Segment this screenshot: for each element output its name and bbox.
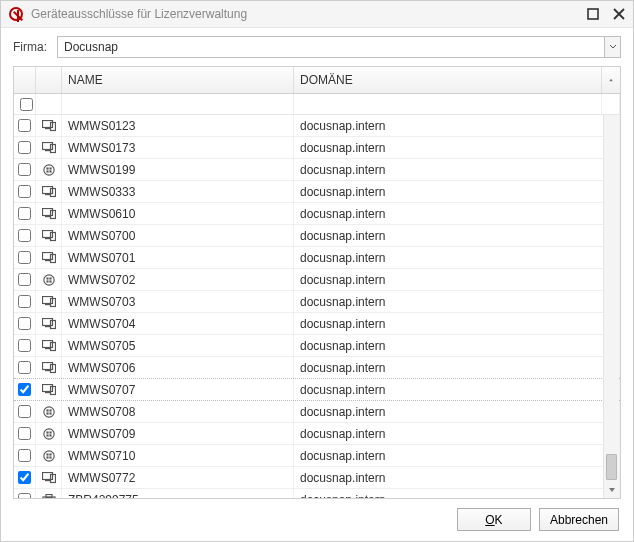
row-checkbox-cell[interactable] — [14, 137, 36, 158]
row-checkbox[interactable] — [18, 295, 31, 308]
svg-rect-11 — [49, 170, 51, 172]
row-checkbox[interactable] — [18, 471, 31, 484]
table-row[interactable]: WMWS0173docusnap.intern — [14, 137, 620, 159]
row-domain: docusnap.intern — [294, 269, 620, 290]
row-name: WMWS0333 — [62, 181, 294, 202]
filter-domain-input[interactable] — [294, 94, 602, 114]
workstation-icon — [36, 291, 62, 312]
row-checkbox-cell[interactable] — [14, 423, 36, 444]
row-checkbox-cell[interactable] — [14, 335, 36, 356]
table-row[interactable]: WMWS0707docusnap.intern — [14, 379, 620, 401]
row-name: WMWS0703 — [62, 291, 294, 312]
filter-check[interactable] — [14, 94, 36, 114]
firma-combobox[interactable]: Docusnap — [57, 36, 621, 58]
row-domain: docusnap.intern — [294, 115, 620, 136]
row-checkbox-cell[interactable] — [14, 203, 36, 224]
row-checkbox-cell[interactable] — [14, 445, 36, 466]
scroll-down-arrow[interactable] — [604, 482, 619, 498]
close-button[interactable] — [611, 6, 627, 22]
table-row[interactable]: WMWS0123docusnap.intern — [14, 115, 620, 137]
row-checkbox[interactable] — [18, 163, 31, 176]
row-checkbox-cell[interactable] — [14, 115, 36, 136]
workstation-icon — [36, 247, 62, 268]
workstation-icon — [36, 181, 62, 202]
row-checkbox-cell[interactable] — [14, 401, 36, 422]
table-row[interactable]: WMWS0704docusnap.intern — [14, 313, 620, 335]
table-row[interactable]: WMWS0333docusnap.intern — [14, 181, 620, 203]
table-row[interactable]: WMWS0710docusnap.intern — [14, 445, 620, 467]
header-checkbox-col[interactable] — [14, 67, 36, 93]
row-checkbox[interactable] — [18, 427, 31, 440]
header-domain[interactable]: DOMÄNE — [294, 67, 602, 93]
table-row[interactable]: ZBR4299775docusnap.intern — [14, 489, 620, 497]
header-scroll-up[interactable] — [602, 67, 620, 93]
row-checkbox[interactable] — [18, 185, 31, 198]
table-row[interactable]: WMWS0610docusnap.intern — [14, 203, 620, 225]
table-row[interactable]: WMWS0700docusnap.intern — [14, 225, 620, 247]
vertical-scrollbar[interactable] — [603, 115, 619, 497]
filter-icon — [36, 94, 62, 114]
table-row[interactable]: WMWS0199docusnap.intern — [14, 159, 620, 181]
maximize-button[interactable] — [585, 6, 601, 22]
table-row[interactable]: WMWS0706docusnap.intern — [14, 357, 620, 379]
row-checkbox[interactable] — [18, 273, 31, 286]
ok-rest: K — [495, 513, 503, 527]
table-row[interactable]: WMWS0702docusnap.intern — [14, 269, 620, 291]
row-checkbox-cell[interactable] — [14, 181, 36, 202]
row-checkbox-cell[interactable] — [14, 159, 36, 180]
row-domain: docusnap.intern — [294, 159, 620, 180]
table-row[interactable]: WMWS0709docusnap.intern — [14, 423, 620, 445]
row-checkbox[interactable] — [18, 317, 31, 330]
table-row[interactable]: WMWS0701docusnap.intern — [14, 247, 620, 269]
device-grid: NAME DOMÄNE WMWS0123docusnap.internWMWS0… — [13, 66, 621, 498]
row-checkbox-cell[interactable] — [14, 247, 36, 268]
grid-body[interactable]: WMWS0123docusnap.internWMWS0173docusnap.… — [14, 115, 620, 497]
row-checkbox[interactable] — [18, 449, 31, 462]
row-checkbox-cell[interactable] — [14, 291, 36, 312]
table-row[interactable]: WMWS0703docusnap.intern — [14, 291, 620, 313]
row-checkbox[interactable] — [18, 339, 31, 352]
row-checkbox[interactable] — [18, 251, 31, 264]
svg-rect-8 — [46, 167, 48, 169]
workstation-icon — [36, 467, 62, 488]
row-domain: docusnap.intern — [294, 335, 620, 356]
row-checkbox-cell[interactable] — [14, 379, 36, 400]
row-checkbox[interactable] — [18, 141, 31, 154]
dialog-window: Geräteausschlüsse für Lizenzverwaltung F… — [0, 0, 634, 542]
cancel-button[interactable]: Abbrechen — [539, 508, 619, 531]
workstation-icon — [36, 137, 62, 158]
row-checkbox[interactable] — [18, 405, 31, 418]
row-checkbox[interactable] — [18, 361, 31, 374]
windows-icon — [36, 445, 62, 466]
row-name: WMWS0700 — [62, 225, 294, 246]
row-checkbox-cell[interactable] — [14, 489, 36, 497]
filter-name-input[interactable] — [62, 94, 294, 114]
row-checkbox[interactable] — [18, 493, 31, 497]
row-checkbox[interactable] — [18, 229, 31, 242]
row-checkbox[interactable] — [18, 207, 31, 220]
row-checkbox-cell[interactable] — [14, 357, 36, 378]
scroll-track[interactable] — [604, 115, 619, 481]
row-checkbox-cell[interactable] — [14, 313, 36, 334]
select-all-checkbox[interactable] — [20, 98, 33, 111]
svg-rect-63 — [46, 494, 52, 497]
row-checkbox-cell[interactable] — [14, 225, 36, 246]
row-name: WMWS0610 — [62, 203, 294, 224]
workstation-icon — [36, 313, 62, 334]
header-name[interactable]: NAME — [62, 67, 294, 93]
row-checkbox-cell[interactable] — [14, 269, 36, 290]
row-name: WMWS0710 — [62, 445, 294, 466]
svg-point-49 — [43, 429, 53, 439]
row-checkbox[interactable] — [18, 119, 31, 132]
ok-button[interactable]: OK — [457, 508, 531, 531]
row-domain: docusnap.intern — [294, 445, 620, 466]
svg-rect-13 — [45, 194, 50, 195]
combo-dropdown-button[interactable] — [604, 37, 620, 57]
table-row[interactable]: WMWS0708docusnap.intern — [14, 401, 620, 423]
row-checkbox-cell[interactable] — [14, 467, 36, 488]
row-checkbox[interactable] — [18, 383, 31, 396]
svg-rect-48 — [49, 412, 51, 414]
table-row[interactable]: WMWS0772docusnap.intern — [14, 467, 620, 489]
scroll-thumb[interactable] — [606, 454, 617, 480]
table-row[interactable]: WMWS0705docusnap.intern — [14, 335, 620, 357]
